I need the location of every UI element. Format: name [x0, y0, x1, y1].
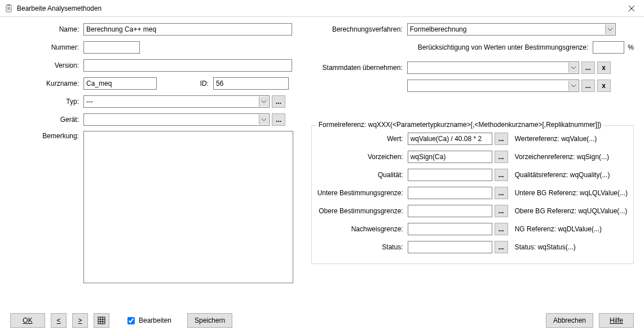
version-input[interactable]	[83, 59, 292, 72]
formula-row-input[interactable]	[408, 187, 492, 199]
svg-rect-1	[7, 5, 10, 6]
formula-row: Qualität:...Qualitätsreferenz: wqQuality…	[317, 169, 628, 181]
formula-row-label: Status:	[317, 243, 408, 251]
formula-row: Untere Bestimmungsgrenze:...Untere BG Re…	[317, 187, 628, 199]
chevron-down-icon	[568, 63, 578, 73]
formula-row-hint: Wertereferenz: wqValue(...)	[515, 135, 597, 143]
stamm1-clear-button[interactable]: x	[597, 61, 611, 74]
formula-row-input[interactable]	[408, 169, 492, 181]
edit-checkbox-input[interactable]	[127, 317, 135, 324]
label-typ: Typ:	[10, 98, 83, 106]
typ-combo-value: ---	[86, 98, 93, 106]
formula-row-ellipsis-button[interactable]: ...	[495, 241, 508, 253]
name-input[interactable]	[83, 23, 292, 36]
close-button[interactable]	[619, 0, 644, 17]
save-button[interactable]: Speichern	[187, 313, 232, 328]
bg-unit: %	[628, 43, 634, 51]
svg-rect-7	[98, 317, 105, 324]
window-title: Bearbeite Analysemethoden	[17, 5, 619, 12]
bottom-bar: OK < > Bearbeiten Speichern Abbrechen Hi…	[0, 307, 644, 334]
formula-row: Status:...Status: wqStatus(...)	[317, 241, 628, 253]
typ-ellipsis-button[interactable]: ...	[272, 95, 285, 108]
bg-input[interactable]	[593, 41, 624, 54]
label-nummer: Nummer:	[10, 43, 83, 51]
next-button[interactable]: >	[72, 313, 88, 328]
stamm1-ellipsis-button[interactable]: ...	[581, 61, 595, 74]
label-kurzname: Kurzname:	[10, 80, 83, 87]
label-stamm: Stammdaten übernehmen:	[311, 64, 407, 72]
formula-row-hint: Qualitätsreferenz: wqQuality(...)	[515, 171, 610, 179]
chevron-down-icon	[568, 81, 578, 91]
formula-row-ellipsis-button[interactable]: ...	[495, 169, 508, 181]
grid-icon-button[interactable]	[94, 313, 109, 328]
grid-icon	[98, 317, 105, 324]
edit-checkbox[interactable]: Bearbeiten	[125, 315, 171, 326]
left-column: Name: Nummer: Version: Kurzname: ID: Typ…	[10, 23, 294, 305]
formula-fieldset: Formelreferenz: wqXXX(<Parametertypkurzn…	[311, 125, 634, 264]
label-name: Name:	[10, 25, 83, 33]
stamm1-combo[interactable]	[407, 61, 579, 74]
formula-row-label: Obere Bestimmungsgrenze:	[317, 207, 408, 215]
geraet-ellipsis-button[interactable]: ...	[272, 113, 285, 126]
id-input[interactable]	[213, 77, 289, 90]
formula-row-hint: Vorzeichenreferenz: wqSign(...)	[515, 153, 609, 161]
formula-row: Vorzeichen:...Vorzeichenreferenz: wqSign…	[317, 151, 628, 163]
typ-combo[interactable]: ---	[83, 95, 270, 108]
formula-row-label: Nachweisgrenze:	[317, 225, 408, 233]
formula-row: Wert:...Wertereferenz: wqValue(...)	[317, 133, 628, 145]
label-version: Version:	[10, 61, 83, 69]
help-button[interactable]: Hilfe	[599, 313, 634, 328]
label-bemerkung: Bemerkung:	[10, 131, 83, 140]
formula-row-label: Wert:	[317, 135, 408, 143]
formula-row: Nachweisgrenze:...NG Referenz: wqDLValue…	[317, 223, 628, 235]
label-bg: Berücksichtigung von Werten unter Bestim…	[418, 43, 593, 51]
label-geraet: Gerät:	[10, 116, 83, 124]
formula-row-ellipsis-button[interactable]: ...	[495, 133, 508, 145]
formula-row-label: Qualität:	[317, 171, 408, 179]
formula-row-ellipsis-button[interactable]: ...	[495, 187, 508, 199]
formula-row-ellipsis-button[interactable]: ...	[495, 205, 508, 217]
formula-row-input[interactable]	[408, 241, 492, 253]
formula-row-input[interactable]	[408, 151, 492, 163]
chevron-down-icon	[259, 96, 268, 107]
stamm2-combo[interactable]	[407, 80, 579, 92]
cancel-button[interactable]: Abbrechen	[546, 313, 593, 328]
ok-button[interactable]: OK	[10, 313, 45, 328]
geraet-combo[interactable]	[83, 113, 270, 126]
kurzname-input[interactable]	[83, 77, 157, 90]
formula-legend: Formelreferenz: wqXXX(<Parametertypkurzn…	[316, 121, 604, 129]
chevron-down-icon	[259, 115, 268, 125]
stamm2-clear-button[interactable]: x	[597, 80, 611, 92]
verfahren-combo[interactable]: Formelberechnung	[407, 23, 616, 36]
formula-row-label: Untere Bestimmungsgrenze:	[317, 189, 408, 197]
chevron-down-icon	[605, 24, 615, 34]
formula-row-input[interactable]	[408, 133, 492, 145]
formula-row-label: Vorzeichen:	[317, 153, 408, 161]
formula-row: Obere Bestimmungsgrenze:...Obere BG Refe…	[317, 205, 628, 217]
prev-button[interactable]: <	[51, 313, 67, 328]
formula-row-ellipsis-button[interactable]: ...	[495, 151, 508, 163]
stamm2-ellipsis-button[interactable]: ...	[581, 80, 595, 92]
formula-row-hint: Untere BG Referenz: wqLQLValue(...)	[515, 189, 628, 197]
formula-row-hint: NG Referenz: wqDLValue(...)	[515, 225, 602, 233]
app-icon	[5, 4, 14, 13]
bemerkung-textarea[interactable]	[83, 131, 293, 283]
formula-row-hint: Obere BG Referenz: wqUQLValue(...)	[515, 207, 628, 215]
label-id: ID:	[157, 80, 213, 87]
edit-checkbox-label: Bearbeiten	[139, 317, 171, 324]
formula-row-ellipsis-button[interactable]: ...	[495, 223, 508, 235]
formula-row-hint: Status: wqStatus(...)	[515, 243, 576, 251]
title-bar: Bearbeite Analysemethoden	[0, 0, 644, 17]
formula-row-input[interactable]	[408, 205, 492, 217]
formula-row-input[interactable]	[408, 223, 492, 235]
verfahren-combo-value: Formelberechnung	[410, 25, 467, 33]
right-column: Berechnungsverfahren: Formelberechnung B…	[311, 23, 634, 305]
nummer-input[interactable]	[83, 41, 140, 54]
label-verfahren: Berechnungsverfahren:	[311, 25, 407, 33]
